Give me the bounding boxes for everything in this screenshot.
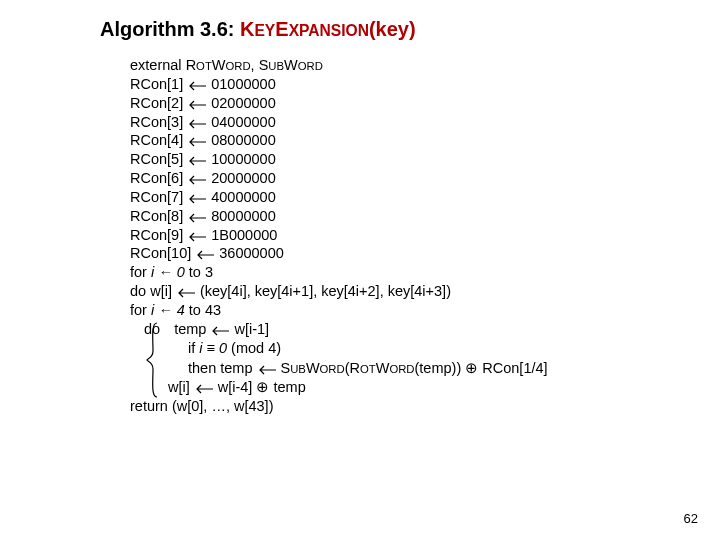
do-block: do tempw[i-1] if i ≡ 0 (mod 4) then temp… bbox=[130, 320, 548, 397]
title-func-mid1: EY bbox=[254, 22, 275, 39]
assign-arrow-icon bbox=[186, 231, 208, 243]
algorithm-body: external ROTWORD, SUBWORD RCon[1]0100000… bbox=[130, 56, 548, 416]
title-func-pre: K bbox=[240, 18, 254, 40]
rcon-line: RCon[6]20000000 bbox=[130, 169, 548, 188]
subword-call: SUBWORD bbox=[281, 360, 345, 376]
assign-arrow-icon bbox=[186, 193, 208, 205]
assign-arrow-icon bbox=[186, 212, 208, 224]
xor-icon: ⊕ bbox=[256, 378, 269, 395]
assign-arrow-icon bbox=[193, 383, 215, 395]
do-line-1: do w[i](key[4i], key[4i+1], key[4i+2], k… bbox=[130, 282, 548, 301]
return-line: return (w[0], …, w[43]) bbox=[130, 397, 548, 416]
algorithm-title: Algorithm 3.6: KEYEXPANSION(key) bbox=[100, 18, 416, 41]
w-assign-line: w[i]w[i-4] ⊕ temp bbox=[130, 377, 548, 397]
rcon-line: RCon[9]1B000000 bbox=[130, 226, 548, 245]
assign-arrow-icon bbox=[186, 174, 208, 186]
title-func-mid2: E bbox=[275, 18, 288, 40]
assign-arrow-icon bbox=[186, 99, 208, 111]
for-line-2: for i ← 4 to 43 bbox=[130, 301, 548, 320]
assign-arrow-icon bbox=[256, 364, 278, 376]
temp-assign-line: do tempw[i-1] bbox=[106, 320, 548, 339]
title-arg: (key) bbox=[369, 18, 416, 40]
page-number: 62 bbox=[684, 511, 698, 526]
subword: SUBWORD bbox=[259, 57, 323, 73]
if-line: if i ≡ 0 (mod 4) bbox=[130, 339, 548, 358]
rcon-line: RCon[3]04000000 bbox=[130, 113, 548, 132]
rcon-line: RCon[2]02000000 bbox=[130, 94, 548, 113]
rcon-line: RCon[5]10000000 bbox=[130, 150, 548, 169]
rcon-line: RCon[7]40000000 bbox=[130, 188, 548, 207]
assign-arrow-icon bbox=[209, 325, 231, 337]
assign-arrow-icon bbox=[186, 80, 208, 92]
rcon-line: RCon[4]08000000 bbox=[130, 131, 548, 150]
xor-icon: ⊕ bbox=[465, 359, 478, 376]
rotword: ROTWORD bbox=[186, 57, 251, 73]
assign-arrow-icon bbox=[175, 287, 197, 299]
rcon-line: RCon[10]36000000 bbox=[130, 244, 548, 263]
rcon-line: RCon[1]01000000 bbox=[130, 75, 548, 94]
title-prefix: Algorithm 3.6: bbox=[100, 18, 240, 40]
assign-arrow-icon bbox=[186, 136, 208, 148]
rcon-line: RCon[8]80000000 bbox=[130, 207, 548, 226]
assign-arrow-icon bbox=[194, 249, 216, 261]
rotword-call: ROTWORD bbox=[350, 360, 415, 376]
external-line: external ROTWORD, SUBWORD bbox=[130, 56, 548, 75]
brace-icon bbox=[143, 321, 161, 399]
title-func-mid3: XPANSION bbox=[289, 22, 369, 39]
assign-arrow-icon bbox=[186, 155, 208, 167]
assign-arrow-icon bbox=[186, 118, 208, 130]
external-kw: external bbox=[130, 57, 186, 73]
for-line-1: for i ← 0 to 3 bbox=[130, 263, 548, 282]
then-line: then tempSUBWORD(ROTWORD(temp)) ⊕ RCon[1… bbox=[130, 358, 548, 378]
